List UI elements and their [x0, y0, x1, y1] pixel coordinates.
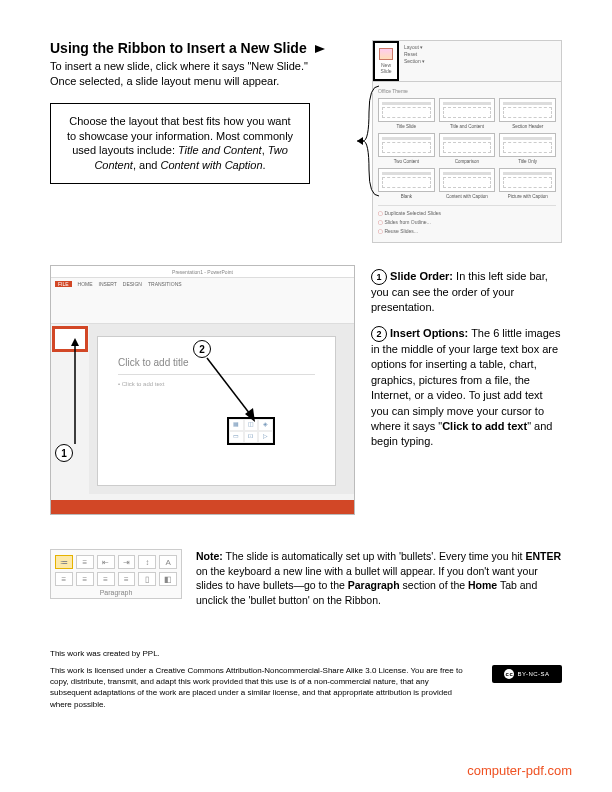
- tab-design[interactable]: DESIGN: [123, 281, 142, 287]
- arrow-badge1-icon: [69, 336, 89, 448]
- section-heading: Using the Ribbon to Insert a New Slide: [50, 40, 354, 56]
- arrow-right-icon: [315, 45, 325, 53]
- layout-option[interactable]: Section Header: [499, 98, 556, 129]
- brace-connector-icon: [355, 84, 391, 199]
- window-ribbon: FILE HOME INSERT DESIGN TRANSITIONS: [51, 278, 354, 324]
- callout-i1: Title and Content: [178, 144, 262, 156]
- paragraph-group-label: Paragraph: [55, 589, 177, 596]
- tab-file[interactable]: FILE: [55, 281, 72, 287]
- credits-section: This work was created by PPL. This work …: [50, 648, 562, 710]
- ribbon-reset-btn[interactable]: Reset: [404, 51, 556, 58]
- heading-text: Using the Ribbon to Insert a New Slide: [50, 40, 307, 56]
- new-slide-label: New Slide: [375, 62, 397, 74]
- gallery-label: Office Theme: [378, 88, 556, 94]
- ribbon-slide-menu: New Slide Layout ▾ Reset Section ▾ Offic…: [372, 40, 562, 243]
- columns-button[interactable]: ▯: [138, 572, 156, 586]
- align-right-button[interactable]: ≡: [97, 572, 115, 586]
- note-paragraph: Note: The slide is automatically set up …: [196, 549, 562, 608]
- layout-option[interactable]: Picture with Caption: [499, 168, 556, 199]
- layout-option[interactable]: Title Only: [499, 133, 556, 164]
- ribbon-layout-btn[interactable]: Layout ▾: [404, 44, 556, 51]
- layout-gallery: Office Theme Title Slide Title and Conte…: [373, 81, 561, 242]
- click-to-add-text: Click to add text: [442, 420, 527, 432]
- new-slide-button[interactable]: New Slide: [373, 41, 399, 81]
- convert-smartart-button[interactable]: ◧: [159, 572, 177, 586]
- new-slide-icon: [379, 48, 393, 60]
- align-center-button[interactable]: ≡: [76, 572, 94, 586]
- insert-options-text1: The 6 little images in the middle of you…: [371, 327, 560, 432]
- credits-line1: This work was created by PPL.: [50, 648, 562, 659]
- slide-order-label: Slide Order:: [390, 270, 453, 282]
- tab-transitions[interactable]: TRANSITIONS: [148, 281, 182, 287]
- powerpoint-window: Presentation1 - PowerPoint FILE HOME INS…: [50, 265, 355, 515]
- intro-line2: Once selected, a slide layout menu will …: [50, 75, 279, 87]
- decrease-indent-button[interactable]: ⇤: [97, 555, 115, 569]
- bullets-button[interactable]: ≔: [55, 555, 73, 569]
- svg-line-1: [207, 358, 253, 418]
- ribbon-layout-options: Layout ▾ Reset Section ▾: [399, 41, 561, 81]
- annotation-badge-2: 2: [193, 340, 211, 358]
- layout-option[interactable]: Comparison: [439, 133, 496, 164]
- insert-options-label: Insert Options:: [390, 327, 468, 339]
- duplicate-slides[interactable]: Duplicate Selected Slides: [378, 209, 556, 218]
- layout-option[interactable]: Content with Caption: [439, 168, 496, 199]
- annotation-badge-1: 1: [55, 444, 73, 462]
- tab-insert[interactable]: INSERT: [99, 281, 117, 287]
- justify-button[interactable]: ≡: [118, 572, 136, 586]
- layout-option[interactable]: Title and Content: [439, 98, 496, 129]
- callout-box: Choose the layout that best fits how you…: [50, 103, 310, 184]
- watermark: computer-pdf.com: [467, 763, 572, 778]
- paragraph-ribbon-group: ≔ ≡ ⇤ ⇥ ↕ A ≡ ≡ ≡ ≡ ▯ ◧ Paragraph: [50, 549, 182, 599]
- intro-paragraph: To insert a new slide, click where it sa…: [50, 59, 354, 89]
- increase-indent-button[interactable]: ⇥: [118, 555, 136, 569]
- inline-badge-2: 2: [371, 326, 387, 342]
- ribbon-section-btn[interactable]: Section ▾: [404, 58, 556, 65]
- annotations-text: 1 Slide Order: In this left side bar, yo…: [371, 265, 562, 515]
- arrow-badge2-icon: [201, 356, 271, 436]
- status-bar: [51, 500, 354, 514]
- gallery-footer: Duplicate Selected Slides Slides from Ou…: [378, 205, 556, 236]
- align-left-button[interactable]: ≡: [55, 572, 73, 586]
- text-direction-button[interactable]: A: [159, 555, 177, 569]
- window-titlebar: Presentation1 - PowerPoint: [51, 266, 354, 278]
- reuse-slides[interactable]: Reuse Slides...: [378, 227, 556, 236]
- numbering-button[interactable]: ≡: [76, 555, 94, 569]
- intro-line1: To insert a new slide, click where it sa…: [50, 60, 308, 72]
- note-label: Note:: [196, 550, 223, 562]
- cc-license-badge: ccBY-NC-SA: [492, 665, 562, 683]
- credits-license-text: This work is licensed under a Creative C…: [50, 665, 472, 710]
- tab-home[interactable]: HOME: [78, 281, 93, 287]
- line-spacing-button[interactable]: ↕: [138, 555, 156, 569]
- callout-i3: Content with Caption: [160, 159, 262, 171]
- inline-badge-1: 1: [371, 269, 387, 285]
- slides-from-outline[interactable]: Slides from Outline...: [378, 218, 556, 227]
